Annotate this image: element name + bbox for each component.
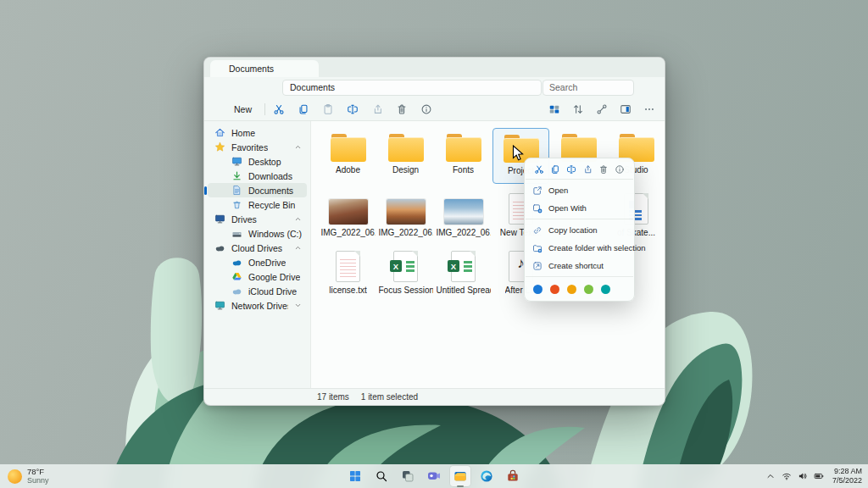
tray-battery-icon[interactable] [814,471,824,481]
forward-icon [231,82,242,93]
tab-close-icon[interactable] [304,64,314,74]
sidebar-item-drives[interactable]: Drives [208,212,307,226]
titlebar[interactable]: Documents [204,58,665,77]
taskbar-start-button[interactable] [345,466,365,486]
minimize-button[interactable] [595,58,617,77]
sidebar-item-downloads[interactable]: Downloads [208,169,307,183]
chevron-down-icon[interactable] [526,84,534,92]
tab-documents[interactable]: Documents [210,60,319,77]
sidebar-item-recycle-bin[interactable]: Recycle Bin [208,197,307,212]
file-tile[interactable]: Design [377,128,434,184]
file-tile[interactable]: Adobe [320,128,376,184]
breadcrumb[interactable]: Documents [290,82,335,92]
sidebar-item-google-drive[interactable]: Google Drive [208,269,307,284]
menu-item-create-folder-with-selection[interactable]: Create folder with selection [525,239,634,257]
up-button[interactable] [245,80,261,95]
sidebar-item-documents[interactable]: Documents [208,183,307,197]
delete-button[interactable] [395,103,409,116]
info-button[interactable] [420,103,433,116]
toolbar: New [204,97,665,121]
recycle-icon [231,199,242,210]
menu-item-open[interactable]: Open [525,181,634,199]
sidebar-item-icloud-drive[interactable]: iCloud Drive [208,284,307,298]
tag-color-dot[interactable] [567,285,576,294]
layout-button[interactable] [548,103,561,116]
refresh-button[interactable] [261,80,277,95]
copy-button[interactable] [549,164,560,175]
tag-color-dot[interactable] [584,285,593,294]
new-button[interactable]: New [213,101,258,117]
delete-button[interactable] [598,164,609,175]
file-tile[interactable]: IMG_2022_06... [435,191,492,247]
sidebar-item-home[interactable]: Home [208,125,307,140]
star-icon [214,141,225,152]
tray-volume-icon[interactable] [798,471,808,481]
pane-button[interactable] [619,103,632,116]
info-button[interactable] [615,164,626,175]
sidebar-item-windows-c[interactable]: Windows (C:) [208,226,307,241]
settings-button[interactable] [641,80,656,95]
tray-wifi-icon[interactable] [782,471,792,481]
menu-item-create-shortcut[interactable]: Create shortcut [525,257,634,274]
menu-item-open-with[interactable]: Open With [525,199,634,217]
folder-plus-icon [532,243,542,253]
sidebar-item-label: Favorites [231,142,268,152]
file-tile[interactable]: IMG_2022_06... [377,191,434,247]
taskbar-clock[interactable]: 9:28 AM7/5/2022 [832,467,862,485]
back-button[interactable] [213,80,229,95]
search-input[interactable]: Search [542,80,634,96]
taskbar-store-button[interactable] [503,466,523,486]
tag-color-dot[interactable] [601,285,610,294]
menu-item-label: Copy location [548,225,598,235]
menu-item-copy-location[interactable]: Copy location [525,221,634,239]
address-bar[interactable]: Documents [282,80,542,96]
network-icon [214,300,225,311]
close-icon [646,63,655,72]
share-button[interactable] [370,103,384,116]
sidebar-item-favorites[interactable]: Favorites [208,140,307,154]
taskbar-search-button[interactable] [371,466,392,486]
pane-icon [620,103,632,115]
share-button[interactable] [582,164,593,175]
tag-color-dot[interactable] [550,285,559,294]
taskbar-taskview-button[interactable] [398,466,418,486]
toolbar-file-actions [272,103,433,116]
paste-button[interactable] [321,103,335,116]
sidebar-item-network-drives[interactable]: Network Drives [208,298,307,313]
rename-button[interactable] [346,103,359,116]
forward-button[interactable] [229,80,245,95]
tag-color-dot[interactable] [533,285,542,294]
sidebar: HomeFavoritesDesktopDownloadsDocumentsRe… [204,121,310,388]
file-tile[interactable]: license.txt [320,248,376,304]
sidebar-item-cloud-drives[interactable]: Cloud Drives [208,241,307,255]
sidebar-item-onedrive[interactable]: OneDrive [208,255,307,269]
rename-button[interactable] [565,164,576,175]
close-button[interactable] [639,58,661,77]
cut-button[interactable] [272,103,286,116]
sidebar-item-desktop[interactable]: Desktop [208,154,307,169]
new-tab-button[interactable] [319,60,336,77]
sort-button[interactable] [571,103,585,116]
taskbar-explorer-button[interactable] [450,466,470,486]
more-button[interactable] [643,103,656,116]
open-icon [532,186,542,196]
taskbar-chat-button[interactable] [424,466,444,486]
sidebar-item-label: Windows (C:) [248,229,302,239]
file-tile[interactable]: IMG_2022_06... [320,191,376,247]
weather-widget[interactable]: 78°F Sunny [8,464,49,488]
chevron-right-icon [338,84,345,91]
file-icon-wrap [336,251,360,282]
maximize-button[interactable] [617,58,639,77]
copy-button[interactable] [297,103,310,116]
tab-title: Documents [229,64,274,74]
cut-button[interactable] [533,164,544,175]
file-tile[interactable]: Fonts [435,128,492,184]
file-tile[interactable]: XFocus Sessions [377,248,434,304]
taskbar-edge-button[interactable] [476,466,497,486]
clock-time: 9:28 AM [832,467,862,476]
rename-icon [566,164,576,175]
file-tile[interactable]: XUntitled Spreads... [435,248,492,304]
group-button[interactable] [595,103,609,116]
cloud-light-icon [231,286,242,297]
tray-chevron-up-icon[interactable] [765,471,776,481]
